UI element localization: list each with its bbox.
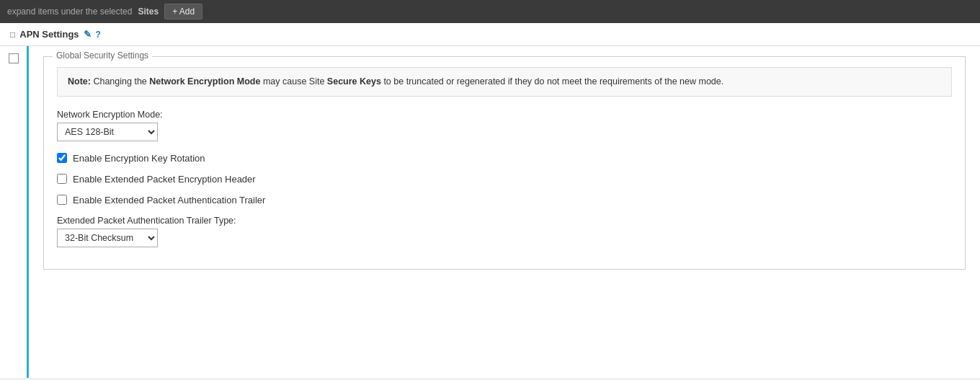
auth-trailer-type-select[interactable]: 32-Bit Checksum CRC-16 MD5 xyxy=(57,229,158,247)
global-security-settings-group: Global Security Settings Note: Changing … xyxy=(43,56,966,270)
encryption-mode-group: Network Encryption Mode: AES 128-Bit AES… xyxy=(57,110,952,141)
help-icon[interactable]: ? xyxy=(96,30,101,40)
content-area: Global Security Settings Note: Changing … xyxy=(29,46,980,378)
checkbox-rotation-row: Enable Encryption Key Rotation xyxy=(57,153,952,164)
sites-label: Sites xyxy=(138,6,159,17)
checkbox-rotation-label[interactable]: Enable Encryption Key Rotation xyxy=(73,153,205,164)
main-layout: Global Security Settings Note: Changing … xyxy=(0,46,980,378)
edit-icon[interactable]: ✎ xyxy=(84,29,92,40)
checkbox-auth-trailer-row: Enable Extended Packet Authentication Tr… xyxy=(57,195,952,206)
top-bar: expand items under the selected Sites + … xyxy=(0,0,980,23)
left-indent xyxy=(0,46,29,378)
note-text1: Changing the xyxy=(93,76,149,87)
auth-trailer-type-label: Extended Packet Authentication Trailer T… xyxy=(57,216,952,226)
note-text3: to be truncated or regenerated if they d… xyxy=(381,76,723,87)
checkbox-ext-header-row: Enable Extended Packet Encryption Header xyxy=(57,174,952,185)
checkbox-rotation[interactable] xyxy=(57,153,67,163)
encryption-mode-label: Network Encryption Mode: xyxy=(57,110,952,120)
note-bold2: Secure Keys xyxy=(327,76,381,87)
tree-icon xyxy=(9,53,19,63)
group-legend: Global Security Settings xyxy=(53,50,152,61)
note-bold1: Network Encryption Mode xyxy=(149,76,260,87)
checkbox-auth-trailer[interactable] xyxy=(57,195,67,205)
add-button[interactable]: + Add xyxy=(164,4,202,19)
checkbox-ext-header[interactable] xyxy=(57,174,67,184)
checkbox-auth-trailer-label[interactable]: Enable Extended Packet Authentication Tr… xyxy=(73,195,265,206)
section-header: □ APN Settings ✎ ? xyxy=(0,23,980,46)
section-title: APN Settings xyxy=(19,29,79,40)
note-box: Note: Changing the Network Encryption Mo… xyxy=(57,67,952,97)
tree-indent xyxy=(0,46,29,378)
auth-trailer-type-group: Extended Packet Authentication Trailer T… xyxy=(57,216,952,247)
checkbox-ext-header-label[interactable]: Enable Extended Packet Encryption Header xyxy=(73,174,256,185)
note-prefix: Note: xyxy=(68,76,93,87)
encryption-mode-select[interactable]: AES 128-Bit AES 256-Bit None xyxy=(57,123,158,141)
collapse-icon[interactable]: □ xyxy=(10,30,15,40)
breadcrumb-text: expand items under the selected xyxy=(7,6,132,17)
note-text2: may cause Site xyxy=(260,76,326,87)
